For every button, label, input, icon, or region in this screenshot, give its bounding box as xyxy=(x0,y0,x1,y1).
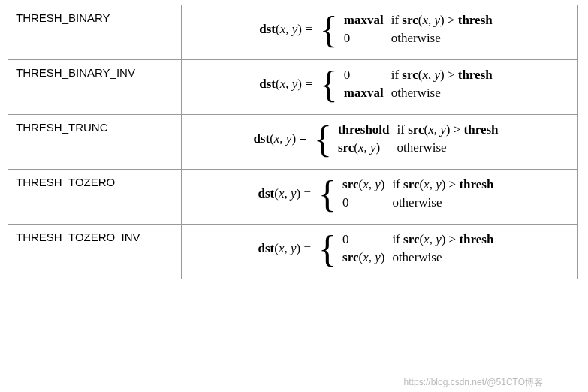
case-condition: if src(x, y) > thresh xyxy=(391,66,500,84)
watermark: https://blog.csdn.net/@51CTO博客 xyxy=(404,376,543,389)
table-row: THRESH_TOZEROdst(x, y) = {src(x, y)if sr… xyxy=(8,170,578,225)
table-row: THRESH_TRUNCdst(x, y) = {thresholdif src… xyxy=(8,115,578,170)
threshold-type-name: THRESH_BINARY xyxy=(8,5,182,60)
formula-lhs: dst(x, y) = xyxy=(258,186,312,201)
brace-icon: { xyxy=(318,236,336,262)
case-value: maxval xyxy=(344,11,391,29)
case-condition: if src(x, y) > thresh xyxy=(391,11,500,29)
formula-lhs: dst(x, y) = xyxy=(253,131,306,146)
case-condition: otherwise xyxy=(392,249,501,267)
case-condition: otherwise xyxy=(391,84,500,102)
case-condition: if src(x, y) > thresh xyxy=(392,231,501,249)
table-row: THRESH_TOZERO_INVdst(x, y) = {0if src(x,… xyxy=(8,225,578,279)
case-condition: otherwise xyxy=(397,139,506,157)
cases: src(x, y)if src(x, y) > thresh0otherwise xyxy=(342,176,501,212)
case-value: 0 xyxy=(342,231,392,249)
table-row: THRESH_BINARY_INVdst(x, y) = {0if src(x,… xyxy=(8,60,578,115)
case-value: threshold xyxy=(338,121,397,139)
case-condition: otherwise xyxy=(392,194,501,212)
brace-icon: { xyxy=(320,17,338,43)
case-value: src(x, y) xyxy=(342,176,392,194)
threshold-formula: dst(x, y) = {0if src(x, y) > threshsrc(x… xyxy=(182,225,578,279)
brace-icon: { xyxy=(314,126,332,152)
threshold-type-name: THRESH_TRUNC xyxy=(8,115,182,170)
cases: thresholdif src(x, y) > threshsrc(x, y)o… xyxy=(338,121,506,157)
case-condition: if src(x, y) > thresh xyxy=(392,176,501,194)
case-value: src(x, y) xyxy=(342,249,392,267)
threshold-formula: dst(x, y) = {maxvalif src(x, y) > thresh… xyxy=(182,5,578,60)
brace-icon: { xyxy=(320,71,338,98)
threshold-type-name: THRESH_TOZERO_INV xyxy=(8,225,182,279)
formula-lhs: dst(x, y) = xyxy=(259,77,312,92)
case-value: 0 xyxy=(342,194,392,212)
threshold-type-name: THRESH_BINARY_INV xyxy=(8,60,182,115)
case-condition: if src(x, y) > thresh xyxy=(397,121,506,139)
case-value: src(x, y) xyxy=(338,139,397,157)
cases: 0if src(x, y) > threshmaxvalotherwise xyxy=(344,66,500,102)
threshold-table: THRESH_BINARYdst(x, y) = {maxvalif src(x… xyxy=(8,5,578,279)
threshold-formula: dst(x, y) = {thresholdif src(x, y) > thr… xyxy=(182,115,578,170)
threshold-type-name: THRESH_TOZERO xyxy=(8,170,182,225)
case-value: maxval xyxy=(344,84,391,102)
case-value: 0 xyxy=(344,29,391,47)
formula-lhs: dst(x, y) = xyxy=(259,22,312,37)
cases: 0if src(x, y) > threshsrc(x, y)otherwise xyxy=(342,231,501,267)
case-value: 0 xyxy=(344,66,391,84)
brace-icon: { xyxy=(318,181,336,207)
formula-lhs: dst(x, y) = xyxy=(258,241,312,256)
case-condition: otherwise xyxy=(391,29,500,47)
cases: maxvalif src(x, y) > thresh0otherwise xyxy=(344,11,500,47)
table-row: THRESH_BINARYdst(x, y) = {maxvalif src(x… xyxy=(8,5,578,60)
threshold-formula: dst(x, y) = {0if src(x, y) > threshmaxva… xyxy=(182,60,578,115)
threshold-formula: dst(x, y) = {src(x, y)if src(x, y) > thr… xyxy=(182,170,578,225)
